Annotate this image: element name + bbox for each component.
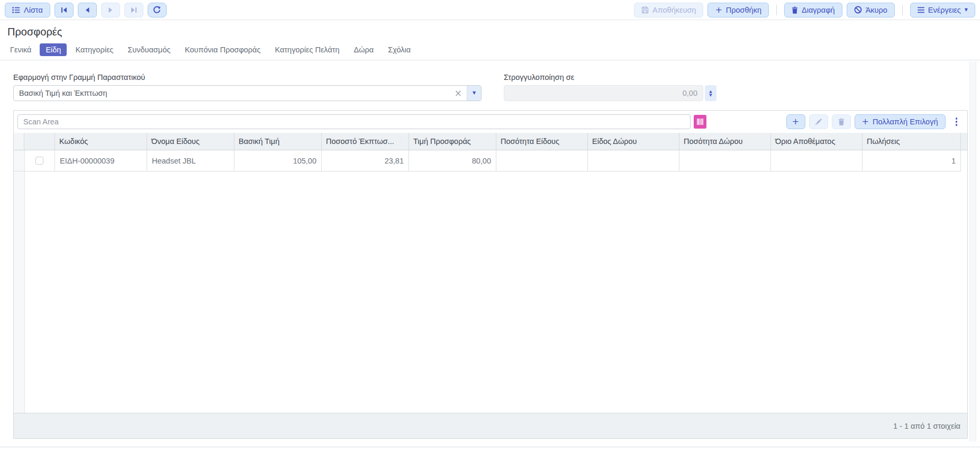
next-record-button[interactable] — [101, 3, 120, 17]
delete-button[interactable]: Διαγραφή — [784, 3, 842, 17]
spinner-down-icon[interactable]: ▼ — [709, 94, 712, 97]
actions-button[interactable]: Ενέργειες ▼ — [910, 3, 975, 17]
column-header-gift-item[interactable]: Είδος Δώρου — [588, 133, 679, 150]
record-count: 1 - 1 από 1 στοιχεία — [893, 422, 960, 430]
apply-line-value: Βασική Τιμή και Έκπτωση — [14, 89, 450, 97]
barcode-icon — [696, 119, 704, 125]
save-button[interactable]: Αποθήκευση — [634, 3, 703, 17]
column-header-item-name[interactable]: Όνομα Είδους — [147, 133, 234, 150]
trash-icon — [792, 6, 798, 14]
cell-code: ΕΙΔΗ-00000039 — [55, 150, 147, 171]
column-header-stock-limit[interactable]: Όριο Αποθέματος — [771, 133, 863, 150]
tab-katigories[interactable]: Κατηγορίες — [69, 43, 119, 56]
grid-delete-row-button[interactable] — [832, 114, 851, 129]
trash-icon — [838, 118, 845, 125]
cancel-button-label: Άκυρο — [866, 6, 887, 14]
apply-line-label: Εφαρμογή στην Γραμμή Παραστατικού — [13, 73, 482, 82]
rounding-label: Στρογγυλοποίηση σε — [504, 73, 716, 82]
apply-line-select[interactable]: Βασική Τιμή και Έκπτωση × ▼ — [13, 85, 482, 101]
grid-menu-button[interactable] — [952, 115, 961, 128]
grid-edit-row-button[interactable] — [809, 114, 828, 129]
header-select-column — [24, 133, 55, 150]
caret-down-icon: ▼ — [965, 8, 968, 12]
cancel-icon — [854, 6, 862, 14]
header-filler — [961, 133, 967, 150]
grid-actions: + + Πολλαπλή Επιλογή — [786, 114, 964, 129]
save-icon — [641, 6, 649, 14]
table-row[interactable]: ΕΙΔΗ-00000039 Headset JBL 105,00 23,81 8… — [14, 150, 961, 171]
apply-line-dropdown-button[interactable]: ▼ — [467, 86, 481, 101]
cell-gift-item — [588, 150, 679, 171]
rounding-spinner[interactable]: ▲ ▼ — [705, 85, 716, 101]
rounding-input[interactable] — [504, 85, 703, 101]
page-scrollbar[interactable] — [969, 61, 976, 441]
next-record-icon — [107, 7, 114, 13]
refresh-button[interactable] — [148, 3, 167, 17]
tab-bar: Γενικά Είδη Κατηγορίες Συνδυασμός Κουπόν… — [0, 40, 980, 60]
tab-katigories-pelati[interactable]: Κατηγορίες Πελάτη — [269, 43, 345, 56]
table-body: ΕΙΔΗ-00000039 Headset JBL 105,00 23,81 8… — [14, 150, 967, 413]
row-checkbox[interactable] — [35, 157, 43, 165]
header-gutter — [14, 133, 24, 150]
table-header-row: Κωδικός Όνομα Είδους Βασική Τιμή Ποσοστό… — [14, 133, 967, 150]
cell-item-name: Headset JBL — [147, 150, 234, 171]
barcode-scan-button[interactable] — [694, 115, 706, 129]
column-header-base-price[interactable]: Βασική Τιμή — [234, 133, 322, 150]
offers-page: Λίστα — [0, 0, 980, 447]
cell-sales: 1 — [863, 150, 961, 171]
add-button[interactable]: + Προσθήκη — [707, 3, 769, 17]
first-record-button[interactable] — [55, 3, 74, 17]
multi-select-button[interactable]: + Πολλαπλή Επιλογή — [855, 114, 946, 129]
column-header-code[interactable]: Κωδικός — [55, 133, 147, 150]
clear-icon[interactable]: × — [450, 89, 467, 98]
column-header-gift-qty[interactable]: Ποσότητα Δώρου — [679, 133, 771, 150]
menu-icon — [918, 7, 924, 13]
plus-icon: + — [792, 118, 799, 125]
scan-area-input[interactable] — [17, 114, 691, 129]
tab-content: Εφαρμογή στην Γραμμή Παραστατικού Βασική… — [0, 60, 980, 439]
plus-icon: + — [862, 118, 869, 125]
column-header-sales[interactable]: Πωλήσεις — [863, 133, 961, 150]
tab-eidi[interactable]: Είδη — [40, 43, 67, 56]
page-title: Προσφορές — [0, 20, 980, 40]
cell-stock-limit — [771, 150, 863, 171]
tab-syndyasmos[interactable]: Συνδυασμός — [122, 43, 176, 56]
tab-sxolia[interactable]: Σχόλια — [382, 43, 416, 56]
grid-footer: 1 - 1 από 1 στοιχεία — [14, 413, 967, 438]
first-record-icon — [61, 7, 67, 13]
toolbar-left-group: Λίστα — [5, 3, 167, 17]
save-button-label: Αποθήκευση — [652, 6, 696, 14]
delete-button-label: Διαγραφή — [802, 6, 835, 14]
tab-koyponia-prosforas[interactable]: Κουπόνια Προσφοράς — [179, 43, 266, 56]
previous-record-button[interactable] — [78, 3, 97, 17]
last-record-icon — [131, 7, 137, 13]
apply-line-field: Εφαρμογή στην Γραμμή Παραστατικού Βασική… — [13, 73, 482, 101]
column-header-offer-price[interactable]: Τιμή Προσφοράς — [409, 133, 496, 150]
column-header-discount-pct[interactable]: Ποσοστό Έκπτωσ... — [322, 133, 409, 150]
tab-genika[interactable]: Γενικά — [4, 43, 37, 56]
tab-dora[interactable]: Δώρα — [348, 43, 380, 56]
cancel-button[interactable]: Άκυρο — [847, 3, 895, 17]
column-header-item-qty[interactable]: Ποσότητα Είδους — [496, 133, 588, 150]
pencil-icon — [815, 119, 822, 125]
plus-icon: + — [715, 6, 722, 14]
top-toolbar: Λίστα — [0, 0, 980, 20]
kebab-icon — [956, 117, 958, 120]
grid-add-row-button[interactable]: + — [786, 114, 805, 129]
spinner-up-icon[interactable]: ▲ — [709, 90, 712, 93]
toolbar-separator — [776, 5, 777, 15]
add-button-label: Προσθήκη — [726, 6, 761, 14]
last-record-button[interactable] — [124, 3, 143, 17]
cell-gift-qty — [679, 150, 771, 171]
cell-item-qty — [496, 150, 588, 171]
list-button-label: Λίστα — [24, 6, 43, 14]
toolbar-right-group: Αποθήκευση + Προσθήκη Διαγραφή Άκυρο — [634, 3, 975, 17]
caret-down-icon: ▼ — [473, 91, 476, 95]
list-button[interactable]: Λίστα — [5, 3, 50, 17]
items-grid: + + Πολλαπλή Επιλογή — [13, 110, 968, 439]
cell-discount-pct: 23,81 — [322, 150, 409, 171]
cell-offer-price: 80,00 — [409, 150, 496, 171]
row-gutter — [14, 150, 24, 171]
list-icon — [12, 7, 20, 13]
refresh-icon — [153, 6, 161, 14]
